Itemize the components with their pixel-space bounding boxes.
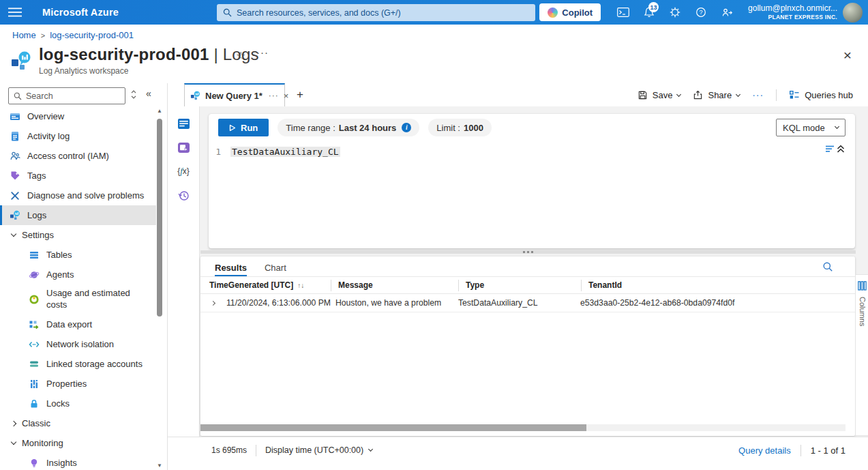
- sidebar-group-settings[interactable]: Settings: [0, 225, 156, 245]
- sidebar-item-agents[interactable]: Agents: [0, 265, 156, 284]
- query-editor[interactable]: 1 TestDataAuxiliary_CL: [209, 141, 855, 158]
- logs-workspace: New Query 1* ··· × + Save Share ···: [168, 83, 868, 470]
- sidebar-item-data-export[interactable]: Data export: [0, 314, 156, 334]
- scroll-down-arrow[interactable]: ▼: [155, 462, 164, 469]
- page-title: log-security-prod-001 | Logs: [39, 45, 259, 64]
- sidebar-item-locks[interactable]: Locks: [0, 394, 156, 413]
- feedback-icon[interactable]: [715, 0, 738, 25]
- sidebar-item-access-control[interactable]: Access control (IAM): [0, 146, 156, 166]
- display-time-dropdown[interactable]: Display time (UTC+00:00): [265, 445, 372, 455]
- sidebar-item-tables[interactable]: Tables: [0, 245, 156, 265]
- tab-more-icon[interactable]: ···: [269, 91, 279, 100]
- results-panel: Results Chart TimeGenerated [UTC] ↑↓ Mes…: [200, 256, 855, 436]
- logs-icon: [10, 210, 20, 221]
- copilot-button[interactable]: Copilot: [539, 3, 601, 21]
- sidebar-item-label: Network isolation: [46, 339, 114, 349]
- menu-search-input[interactable]: [26, 91, 120, 101]
- global-search-input[interactable]: [237, 8, 529, 18]
- copilot-icon: [548, 8, 558, 18]
- breadcrumb-resource[interactable]: log-security-prod-001: [50, 30, 134, 40]
- sidebar-item-linked-storage[interactable]: Linked storage accounts: [0, 354, 156, 374]
- global-search[interactable]: [217, 4, 535, 21]
- query-text[interactable]: TestDataAuxiliary_CL: [230, 147, 340, 157]
- sidebar-item-activity-log[interactable]: Activity log: [0, 126, 156, 146]
- search-icon: [223, 8, 232, 17]
- notification-badge: 13: [648, 2, 659, 12]
- sidebar-item-network-isolation[interactable]: Network isolation: [0, 334, 156, 354]
- page-more-icon[interactable]: ···: [256, 46, 269, 58]
- sidebar-scrollbar[interactable]: ▲ ▼: [155, 108, 164, 469]
- notifications-bell-icon[interactable]: 13: [638, 0, 661, 25]
- agents-icon: [29, 269, 40, 280]
- scrollbar-thumb[interactable]: [157, 119, 162, 317]
- save-button[interactable]: Save: [638, 90, 681, 100]
- queries-hub-icon: [789, 89, 800, 100]
- sidebar-item-logs[interactable]: Logs: [0, 205, 156, 225]
- share-button[interactable]: Share: [693, 90, 740, 100]
- info-icon[interactable]: i: [402, 123, 411, 132]
- results-search-icon[interactable]: [822, 261, 833, 272]
- close-blade-icon[interactable]: ×: [843, 48, 852, 62]
- sidebar-item-diagnose[interactable]: Diagnose and solve problems: [0, 186, 156, 205]
- menu-items: Overview Activity log Access control (IA…: [0, 106, 156, 470]
- account-menu[interactable]: gollum@plnxch.onmicr... PLANET EXPRESS I…: [748, 3, 863, 23]
- sidebar-item-label: Logs: [27, 210, 46, 220]
- tab-results[interactable]: Results: [215, 263, 247, 276]
- access-control-icon: [10, 151, 20, 162]
- tables-pane-icon[interactable]: [176, 116, 191, 131]
- sidebar-item-tags[interactable]: Tags: [0, 166, 156, 186]
- query-details-link[interactable]: Query details: [738, 445, 791, 456]
- column-header-timegenerated[interactable]: TimeGenerated [UTC] ↑↓: [209, 280, 331, 291]
- chevron-right-icon: [11, 420, 16, 426]
- results-table-header: TimeGenerated [UTC] ↑↓ Message Type Tena…: [200, 276, 855, 294]
- column-header-type[interactable]: Type: [458, 280, 581, 291]
- columns-pane-toggle[interactable]: Columns: [855, 274, 868, 436]
- breadcrumb-home[interactable]: Home: [12, 30, 36, 40]
- tab-new-query-1[interactable]: New Query 1* ··· ×: [184, 83, 285, 106]
- time-range-picker[interactable]: Time range : Last 24 hours i: [278, 119, 419, 136]
- cloud-shell-icon[interactable]: [612, 0, 635, 25]
- sort-icon[interactable]: ↑↓: [297, 282, 304, 289]
- queries-hub-button[interactable]: Queries hub: [789, 89, 853, 100]
- expand-row-icon[interactable]: [200, 302, 226, 305]
- help-icon[interactable]: ?: [689, 0, 713, 25]
- sidebar-item-usage[interactable]: Usage and estimated costs: [0, 284, 156, 314]
- sidebar-item-insights[interactable]: Insights: [0, 453, 156, 470]
- collapse-editor-icon[interactable]: [825, 144, 845, 154]
- menu-expand-collapse-icon[interactable]: [130, 89, 137, 100]
- table-row[interactable]: 11/20/2024, 6:13:06.000 PM Houston, we h…: [200, 294, 855, 312]
- functions-icon[interactable]: {fx}: [176, 164, 191, 179]
- limit-picker[interactable]: Limit : 1000: [428, 119, 492, 136]
- horizontal-scrollbar[interactable]: [200, 424, 845, 431]
- panel-resizer-handle[interactable]: [200, 250, 856, 254]
- sidebar-group-monitoring[interactable]: Monitoring: [0, 433, 156, 453]
- columns-icon: [858, 281, 867, 291]
- commandbar-more-icon[interactable]: ···: [752, 89, 764, 100]
- sidebar-group-classic[interactable]: Classic: [0, 413, 156, 433]
- scrollbar-thumb[interactable]: [200, 424, 586, 431]
- activity-log-icon: [10, 131, 20, 142]
- sidebar-item-overview[interactable]: Overview: [0, 106, 156, 126]
- menu-search-box[interactable]: [8, 87, 125, 104]
- hamburger-menu-icon[interactable]: [0, 0, 30, 25]
- column-header-tenantid[interactable]: TenantId: [581, 280, 855, 291]
- tab-chart[interactable]: Chart: [265, 263, 286, 276]
- favorite-star-icon[interactable]: ☆: [236, 49, 245, 62]
- example-queries-icon[interactable]: [176, 140, 191, 155]
- sidebar-item-properties[interactable]: Properties: [0, 374, 156, 394]
- run-button[interactable]: Run: [218, 119, 269, 136]
- collapse-menu-icon[interactable]: «: [146, 88, 151, 99]
- query-history-icon[interactable]: [176, 188, 191, 203]
- avatar[interactable]: [843, 3, 863, 23]
- code-line[interactable]: 1 TestDataAuxiliary_CL: [209, 145, 855, 158]
- column-header-message[interactable]: Message: [331, 280, 458, 291]
- chevron-down-icon: [676, 91, 681, 96]
- kql-mode-dropdown[interactable]: KQL mode: [776, 119, 845, 136]
- search-icon: [14, 92, 22, 100]
- sidebar-item-label: Access control (IAM): [27, 151, 109, 161]
- settings-gear-icon[interactable]: [663, 0, 687, 25]
- side-tool-strip: {fx}: [168, 106, 200, 437]
- new-tab-button[interactable]: +: [292, 87, 308, 103]
- scroll-up-arrow[interactable]: ▲: [155, 108, 164, 114]
- tab-close-icon[interactable]: ×: [284, 91, 289, 101]
